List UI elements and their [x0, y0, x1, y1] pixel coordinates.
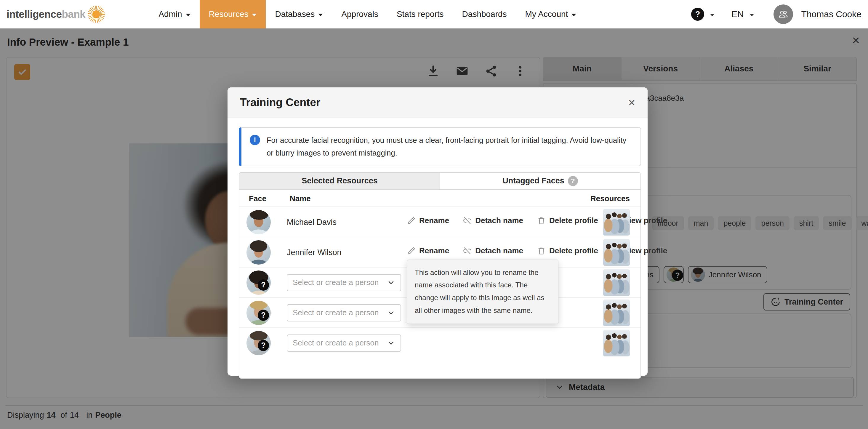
- column-resources: Resources: [590, 194, 630, 203]
- language-selector[interactable]: EN: [732, 9, 744, 19]
- sun-logo-icon: [88, 6, 105, 23]
- face-row-michael-davis: Michael Davis Rename Detach name Delete …: [239, 207, 641, 237]
- logo-text-bank: bank: [62, 8, 86, 20]
- caret-down-icon: [571, 13, 576, 16]
- chevron-down-icon: [387, 339, 395, 347]
- menu-item-resources[interactable]: Resources: [200, 0, 266, 28]
- info-icon: i: [250, 135, 260, 145]
- logo-text-intelligence: intelligence: [6, 8, 62, 20]
- caret-down-icon: [252, 13, 256, 16]
- rename-button[interactable]: Rename: [407, 246, 449, 255]
- unknown-face-badge: ?: [258, 310, 269, 321]
- training-center-modal: Training Center × i For accurate facial …: [227, 87, 648, 376]
- user-name: Thomas Cooke: [801, 9, 862, 19]
- person-select-dropdown[interactable]: Select or create a person: [287, 274, 401, 291]
- tab-selected-resources[interactable]: Selected Resources: [239, 173, 440, 189]
- menu-item-admin[interactable]: Admin: [149, 0, 199, 28]
- unlink-icon: [463, 216, 472, 225]
- menu-item-databases[interactable]: Databases: [266, 0, 332, 28]
- delete-profile-button[interactable]: Delete profile: [537, 246, 598, 255]
- menu-item-dashboards[interactable]: Dashboards: [453, 0, 516, 28]
- menu-item-approvals[interactable]: Approvals: [332, 0, 388, 28]
- column-name: Name: [290, 194, 311, 203]
- help-caret-icon[interactable]: [710, 14, 714, 16]
- rename-button[interactable]: Rename: [407, 216, 449, 225]
- info-alert: i For accurate facial recognition, you m…: [239, 127, 641, 166]
- chevron-down-icon: [387, 278, 395, 287]
- navbar-right: ? EN Thomas Cooke: [691, 4, 862, 24]
- trash-icon: [537, 216, 546, 225]
- info-alert-text: For accurate facial recognition, you mus…: [267, 134, 632, 159]
- person-select-dropdown[interactable]: Select or create a person: [287, 335, 401, 352]
- language-caret-icon[interactable]: [750, 14, 754, 16]
- user-avatar[interactable]: [774, 4, 793, 24]
- delete-profile-button[interactable]: Delete profile: [537, 216, 598, 225]
- unknown-face-badge: ?: [258, 279, 269, 290]
- detach-name-button[interactable]: Detach name: [463, 216, 523, 225]
- resource-thumbnail[interactable]: [603, 300, 630, 326]
- menu-item-my-account[interactable]: My Account: [516, 0, 586, 28]
- resource-thumbnail[interactable]: [603, 330, 630, 357]
- modal-title: Training Center: [240, 96, 320, 109]
- face-name: Jennifer Wilson: [287, 248, 342, 257]
- face-row-unknown-3: ? Select or create a person: [239, 328, 641, 358]
- face-avatar: [246, 210, 271, 234]
- trash-icon: [537, 246, 546, 255]
- tab-untagged-faces[interactable]: Untagged Faces ?: [440, 173, 641, 189]
- caret-down-icon: [318, 13, 323, 16]
- rename-tooltip: This action will allow you to rename the…: [407, 259, 558, 324]
- modal-tabs: Selected Resources Untagged Faces ?: [239, 173, 641, 190]
- help-icon[interactable]: ?: [691, 8, 704, 21]
- resource-thumbnail[interactable]: [603, 269, 630, 296]
- column-face: Face: [249, 194, 266, 203]
- select-placeholder: Select or create a person: [293, 278, 379, 287]
- unlink-icon: [463, 246, 472, 255]
- modal-header: Training Center ×: [227, 87, 648, 118]
- pencil-icon: [407, 216, 416, 225]
- select-placeholder: Select or create a person: [293, 308, 379, 317]
- select-placeholder: Select or create a person: [293, 338, 379, 347]
- top-navbar: intelligencebank Admin Resources Databas…: [0, 0, 868, 28]
- intelligencebank-logo[interactable]: intelligencebank: [6, 6, 105, 23]
- unknown-face-badge: ?: [258, 340, 269, 351]
- caret-down-icon: [186, 13, 190, 16]
- table-header: Face Name Resources: [239, 190, 641, 207]
- person-select-dropdown[interactable]: Select or create a person: [287, 304, 401, 321]
- people-icon: [777, 8, 789, 20]
- resource-thumbnail[interactable]: [603, 239, 630, 266]
- chevron-down-icon: [387, 309, 395, 317]
- face-avatar: [246, 240, 271, 265]
- help-icon[interactable]: ?: [568, 176, 578, 186]
- face-name: Michael Davis: [287, 218, 337, 227]
- modal-close-icon[interactable]: ×: [628, 97, 635, 109]
- main-menu: Admin Resources Databases Approvals Stat…: [149, 0, 585, 28]
- pencil-icon: [407, 246, 416, 255]
- menu-item-stats-reports[interactable]: Stats reports: [388, 0, 453, 28]
- faces-table: Selected Resources Untagged Faces ? Face…: [239, 172, 641, 379]
- detach-name-button[interactable]: Detach name: [463, 246, 523, 255]
- resource-thumbnail[interactable]: [603, 209, 630, 236]
